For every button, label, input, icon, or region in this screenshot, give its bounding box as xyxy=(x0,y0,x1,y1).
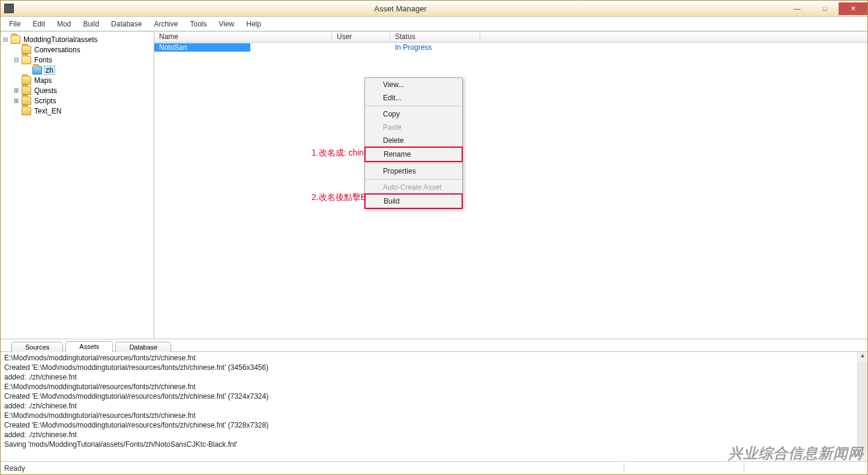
tab-sources[interactable]: Sources xyxy=(11,342,63,352)
scroll-up-icon[interactable]: ▲ xyxy=(858,352,867,362)
context-menu: View... Edit... Copy Paste Delete Rename… xyxy=(364,77,463,209)
col-user[interactable]: User xyxy=(332,32,390,42)
folder-icon xyxy=(22,76,31,85)
window-title: Asset Manager xyxy=(17,4,783,13)
folder-icon xyxy=(32,66,42,74)
expand-icon[interactable]: ⊟ xyxy=(13,56,20,63)
tree-node[interactable]: Conversations xyxy=(2,44,152,55)
folder-icon xyxy=(22,97,31,105)
folder-icon xyxy=(22,56,31,64)
console-line: added: ./zh/chinese.fnt xyxy=(4,401,854,411)
app-window: Asset Manager — □ ✕ File Edit Mod Build … xyxy=(0,0,868,475)
window-buttons: — □ ✕ xyxy=(783,2,867,15)
list-row[interactable]: NotoSan In Progress xyxy=(154,43,867,52)
tree-node[interactable]: ⊞Quests xyxy=(2,85,152,95)
close-button[interactable]: ✕ xyxy=(839,2,867,15)
tree-label: zh xyxy=(44,65,55,75)
cell-status: In Progress xyxy=(390,43,436,52)
separator xyxy=(366,179,462,180)
console-output[interactable]: E:\Mod\mods/moddingtutorial/resources/fo… xyxy=(1,352,857,461)
tree-label: Text_EN xyxy=(33,107,62,115)
expand-icon[interactable]: ⊞ xyxy=(13,87,20,94)
menu-archive[interactable]: Archive xyxy=(148,18,184,30)
titlebar[interactable]: Asset Manager — □ ✕ xyxy=(1,1,867,17)
console-line: added: ./zh/chinese.fnt xyxy=(4,430,854,440)
tree-root[interactable]: ⊟ ModdingTutorial/assets xyxy=(2,34,152,44)
tree-label: ModdingTutorial/assets xyxy=(22,35,99,44)
console-line: Created 'E:\Mod\mods/moddingtutorial/res… xyxy=(4,392,854,401)
col-status[interactable]: Status xyxy=(390,32,480,42)
menu-view[interactable]: View xyxy=(212,18,240,30)
folder-icon xyxy=(22,86,31,95)
col-spacer xyxy=(480,32,867,42)
menu-file[interactable]: File xyxy=(3,18,26,30)
separator xyxy=(366,106,462,106)
list-header: Name User Status xyxy=(154,32,867,43)
tree-label: Conversations xyxy=(33,46,82,54)
menu-help[interactable]: Help xyxy=(240,18,267,30)
tree-panel[interactable]: ⊟ ModdingTutorial/assets Conversations⊟F… xyxy=(1,32,154,339)
status-text: Ready xyxy=(4,464,25,473)
ctx-rename[interactable]: Rename xyxy=(364,147,463,162)
list-panel[interactable]: Name User Status NotoSan In Progress Vie… xyxy=(154,32,867,339)
console-panel: E:\Mod\mods/moddingtutorial/resources/fo… xyxy=(1,352,867,461)
tree-node[interactable]: ⊞Scripts xyxy=(2,95,152,106)
console-line: added: ./zh/chinese.fnt xyxy=(4,372,854,382)
console-line: Created 'E:\Mod\mods/moddingtutorial/res… xyxy=(4,420,854,430)
folder-icon xyxy=(22,107,31,115)
maximize-button[interactable]: □ xyxy=(811,2,839,15)
ctx-edit[interactable]: Edit... xyxy=(365,91,462,104)
menu-database[interactable]: Database xyxy=(105,18,148,30)
statusbar: Ready xyxy=(1,461,867,474)
menu-mod[interactable]: Mod xyxy=(51,18,77,30)
scrollbar[interactable]: ▲ ▼ xyxy=(857,352,867,461)
console-line: E:\Mod\mods/moddingtutorial/resources/fo… xyxy=(4,353,854,363)
tree-node[interactable]: zh xyxy=(2,65,152,75)
ctx-paste: Paste xyxy=(365,121,462,134)
ctx-view[interactable]: View... xyxy=(365,78,462,91)
cell-name: NotoSan xyxy=(154,43,250,52)
col-name[interactable]: Name xyxy=(154,32,332,42)
tree-label: Quests xyxy=(33,86,58,95)
app-icon xyxy=(4,4,14,13)
status-field-1 xyxy=(624,463,744,474)
console-line: Created 'E:\Mod\mods/moddingtutorial/res… xyxy=(4,363,854,372)
workarea: ⊟ ModdingTutorial/assets Conversations⊟F… xyxy=(1,31,867,339)
scroll-down-icon[interactable]: ▼ xyxy=(858,451,867,461)
folder-icon xyxy=(22,46,31,54)
status-field-2 xyxy=(744,463,864,474)
ctx-autocreate: Auto-Create Asset xyxy=(365,181,462,194)
minimize-button[interactable]: — xyxy=(783,2,811,15)
separator xyxy=(366,163,462,163)
expand-icon[interactable]: ⊟ xyxy=(2,36,9,43)
tree-label: Fonts xyxy=(33,56,53,64)
tree-node[interactable]: Maps xyxy=(2,75,152,85)
scroll-track[interactable] xyxy=(858,362,867,451)
tree-label: Scripts xyxy=(33,97,58,105)
console-tabs: Sources Assets Database xyxy=(1,339,867,352)
ctx-build[interactable]: Build xyxy=(364,193,463,209)
tree-node[interactable]: Text_EN xyxy=(2,106,152,116)
menu-tools[interactable]: Tools xyxy=(184,18,212,30)
menu-edit[interactable]: Edit xyxy=(26,18,51,30)
ctx-delete[interactable]: Delete xyxy=(365,134,462,147)
ctx-copy[interactable]: Copy xyxy=(365,107,462,121)
console-line: E:\Mod\mods/moddingtutorial/resources/fo… xyxy=(4,382,854,392)
menu-build[interactable]: Build xyxy=(77,18,105,30)
tab-database[interactable]: Database xyxy=(115,342,171,352)
tab-assets[interactable]: Assets xyxy=(65,341,113,352)
tree-label: Maps xyxy=(33,76,53,85)
console-line: E:\Mod\mods/moddingtutorial/resources/fo… xyxy=(4,411,854,420)
tree-node[interactable]: ⊟Fonts xyxy=(2,55,152,65)
expand-icon[interactable]: ⊞ xyxy=(13,97,20,104)
folder-icon xyxy=(11,35,20,44)
console-line: Saving 'mods/ModdingTutorial/assets/Font… xyxy=(4,440,854,449)
menubar: File Edit Mod Build Database Archive Too… xyxy=(1,17,867,31)
ctx-properties[interactable]: Properties xyxy=(365,165,462,178)
